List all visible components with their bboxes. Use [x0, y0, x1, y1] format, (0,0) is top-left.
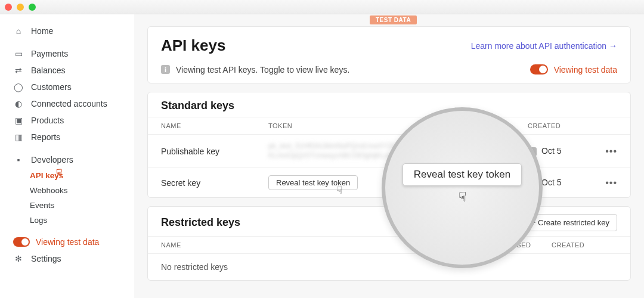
- globe-icon: ◐: [13, 99, 24, 108]
- sidebar-item-api-keys[interactable]: API keys☟: [0, 168, 134, 183]
- minimize-window[interactable]: [17, 4, 24, 11]
- sidebar-item-connected-accounts[interactable]: ◐Connected accounts: [0, 95, 134, 112]
- sidebar-item-label: Products: [31, 116, 64, 125]
- key-name: Secret key: [161, 178, 268, 188]
- window-titlebar: [0, 0, 644, 14]
- standard-keys-title: Standard keys: [148, 92, 630, 117]
- sidebar-item-developers[interactable]: ▪Developers: [0, 151, 134, 168]
- row-actions-menu[interactable]: •••: [605, 146, 617, 156]
- notice-text: iViewing test API keys. Toggle to view l…: [161, 65, 349, 74]
- sidebar-item-label: Customers: [31, 82, 72, 92]
- arrow-right-icon: →: [609, 41, 617, 51]
- sidebar-item-logs[interactable]: Logs: [0, 213, 134, 228]
- col-created: CREATED: [552, 241, 617, 249]
- balance-icon: ⇄: [13, 66, 24, 75]
- created-cell: iOct 5: [528, 146, 593, 156]
- key-name: Publishable key: [161, 147, 268, 156]
- cursor-icon: ☟: [56, 167, 62, 179]
- sidebar-item-label: Home: [31, 26, 53, 36]
- home-icon: ⌂: [13, 26, 24, 36]
- chart-icon: ▥: [13, 132, 24, 142]
- sidebar-item-label: Logs: [30, 216, 47, 225]
- close-window[interactable]: [5, 4, 12, 11]
- sidebar-item-balances[interactable]: ⇄Balances: [0, 62, 134, 79]
- header-test-data-toggle[interactable]: Viewing test data: [530, 64, 617, 74]
- col-name: NAME: [161, 122, 268, 129]
- sidebar-item-products[interactable]: ▣Products: [0, 112, 134, 129]
- sidebar-item-customers[interactable]: ◯Customers: [0, 79, 134, 95]
- maximize-window[interactable]: [29, 4, 36, 11]
- learn-more-link[interactable]: Learn more about API authentication→: [471, 41, 617, 51]
- cursor-icon: ☟: [459, 190, 466, 205]
- sidebar-item-label: Events: [30, 201, 54, 210]
- magnifier-overlay: Reveal test key token ☟: [382, 107, 543, 268]
- sidebar-item-label: Connected accounts: [31, 99, 107, 108]
- row-actions-menu[interactable]: •••: [605, 178, 617, 188]
- sidebar-item-label: Payments: [31, 49, 68, 58]
- sidebar-item-label: Settings: [31, 254, 61, 263]
- card-icon: ▭: [13, 49, 24, 58]
- sidebar-item-label: Webhooks: [30, 186, 68, 195]
- toggle-icon: [13, 237, 30, 247]
- terminal-icon: ▪: [13, 155, 24, 164]
- sidebar-item-payments[interactable]: ▭Payments: [0, 45, 134, 62]
- header-card: API keys Learn more about API authentica…: [147, 26, 631, 83]
- cursor-icon: ☟: [336, 185, 342, 196]
- create-restricted-key-button[interactable]: +Create restricted key: [523, 214, 617, 231]
- sidebar-item-home[interactable]: ⌂Home: [0, 23, 134, 39]
- standard-keys-header-row: NAME TOKEN CREATED: [148, 117, 630, 135]
- restricted-keys-title: Restricted keys: [161, 216, 240, 229]
- col-name: NAME: [161, 241, 268, 249]
- sidebar-item-reports[interactable]: ▥Reports: [0, 129, 134, 145]
- sidebar-item-label: Balances: [31, 66, 66, 75]
- sidebar-item-events[interactable]: Events: [0, 198, 134, 213]
- user-icon: ◯: [13, 82, 24, 92]
- sidebar: ⌂Home ▭Payments ⇄Balances ◯Customers ◐Co…: [0, 14, 134, 298]
- info-icon: i: [161, 65, 170, 74]
- toggle-label: Viewing test data: [36, 237, 99, 247]
- reveal-token-button[interactable]: Reveal test key token: [268, 175, 358, 190]
- restricted-keys-empty: No restricted keys: [148, 254, 630, 280]
- page-title: API keys: [161, 36, 225, 55]
- box-icon: ▣: [13, 116, 24, 125]
- col-created: CREATED: [528, 122, 593, 129]
- sidebar-item-label: Reports: [31, 132, 60, 142]
- toggle-icon: [530, 64, 548, 74]
- sidebar-item-settings[interactable]: ✻Settings: [0, 250, 134, 267]
- sidebar-item-label: Developers: [31, 155, 73, 164]
- restricted-keys-header-row: NAME TOKEN LAST USED CREATED: [148, 236, 630, 254]
- sidebar-item-webhooks[interactable]: Webhooks: [0, 183, 134, 198]
- gear-icon: ✻: [13, 254, 24, 263]
- reveal-token-button-magnified[interactable]: Reveal test key token: [402, 163, 522, 186]
- test-data-badge: TEST DATA: [370, 15, 417, 24]
- sidebar-test-data-toggle[interactable]: Viewing test data: [0, 234, 134, 250]
